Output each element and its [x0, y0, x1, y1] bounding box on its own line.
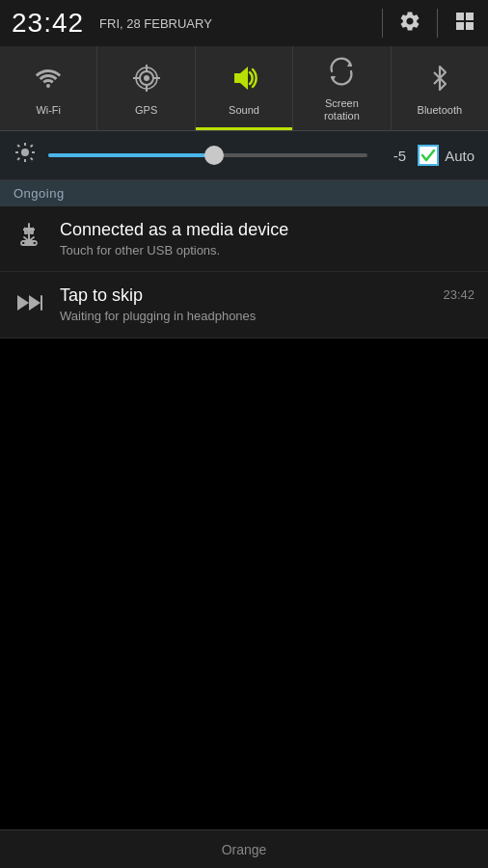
usb-title: Connected as a media device	[60, 220, 474, 240]
brightness-slider[interactable]	[48, 145, 367, 166]
svg-rect-3	[466, 22, 474, 30]
auto-brightness-toggle[interactable]: Auto	[418, 145, 474, 166]
wifi-label: Wi-Fi	[36, 104, 61, 117]
date-display: FRI, 28 FEBRUARY	[99, 16, 212, 31]
sound-label: Sound	[229, 104, 259, 117]
skip-time: 23:42	[443, 285, 474, 302]
svg-point-11	[21, 149, 29, 156]
bluetooth-underline	[392, 127, 488, 130]
bluetooth-label: Bluetooth	[418, 104, 462, 117]
skip-icon	[14, 287, 44, 324]
bluetooth-icon	[424, 63, 455, 100]
rotate-icon	[326, 56, 357, 94]
svg-marker-25	[23, 227, 25, 232]
auto-checkbox	[418, 145, 439, 166]
sound-underline	[196, 127, 292, 130]
skip-top-row: Tap to skip 23:42	[60, 285, 474, 309]
status-icons	[382, 9, 476, 38]
rotate-underline	[293, 127, 390, 130]
skip-icon-wrap	[14, 285, 44, 324]
gear-icon[interactable]	[398, 10, 421, 38]
notification-usb[interactable]: Connected as a media device Touch for ot…	[0, 206, 488, 272]
divider2	[437, 9, 438, 38]
quick-toggles: Wi-Fi GPS Sound	[0, 46, 488, 131]
bottom-bar: Orange	[0, 829, 488, 868]
gps-icon	[131, 63, 162, 100]
svg-rect-2	[456, 22, 464, 30]
toggle-sound[interactable]: Sound	[196, 46, 293, 130]
divider	[382, 9, 383, 38]
svg-line-16	[17, 146, 19, 148]
usb-content: Connected as a media device Touch for ot…	[60, 220, 474, 258]
screen-rotation-label: Screen rotation	[324, 97, 360, 122]
svg-line-18	[31, 146, 33, 148]
svg-line-19	[17, 158, 19, 160]
skip-title: Tap to skip	[60, 285, 143, 306]
toggle-screen-rotation[interactable]: Screen rotation	[293, 46, 391, 130]
ongoing-header: Ongoing	[0, 180, 488, 206]
carrier-label: Orange	[222, 842, 267, 857]
usb-icon-wrap	[14, 220, 44, 255]
usb-subtitle: Touch for other USB options.	[60, 243, 474, 258]
grid-icon[interactable]	[453, 10, 476, 38]
time-display: 23:42	[12, 8, 84, 39]
gps-underline	[97, 127, 194, 130]
svg-point-4	[144, 75, 149, 81]
sound-icon	[229, 63, 259, 100]
toggle-wifi[interactable]: Wi-Fi	[0, 46, 97, 130]
usb-icon	[15, 222, 42, 255]
skip-subtitle: Waiting for plugging in headphones	[60, 309, 474, 323]
notification-skip[interactable]: Tap to skip 23:42 Waiting for plugging i…	[0, 272, 488, 339]
skip-content: Tap to skip 23:42 Waiting for plugging i…	[60, 285, 474, 323]
brightness-fill	[48, 153, 214, 157]
status-bar: 23:42 FRI, 28 FEBRUARY	[0, 0, 488, 46]
svg-line-17	[31, 158, 33, 160]
svg-rect-0	[456, 13, 464, 20]
ongoing-label: Ongoing	[14, 186, 65, 201]
toggle-gps[interactable]: GPS	[97, 46, 195, 130]
wifi-underline	[0, 127, 96, 130]
svg-marker-28	[29, 295, 41, 311]
svg-rect-1	[466, 13, 474, 20]
auto-label: Auto	[445, 148, 474, 164]
svg-rect-29	[41, 295, 42, 311]
toggle-bluetooth[interactable]: Bluetooth	[392, 46, 488, 130]
svg-marker-27	[17, 295, 29, 311]
brightness-row: -5 Auto	[0, 131, 488, 180]
gps-label: GPS	[135, 104, 157, 117]
wifi-icon	[33, 63, 64, 100]
brightness-icon	[14, 141, 37, 170]
svg-marker-26	[33, 227, 35, 232]
brightness-value: -5	[379, 148, 406, 164]
brightness-thumb	[204, 146, 224, 165]
